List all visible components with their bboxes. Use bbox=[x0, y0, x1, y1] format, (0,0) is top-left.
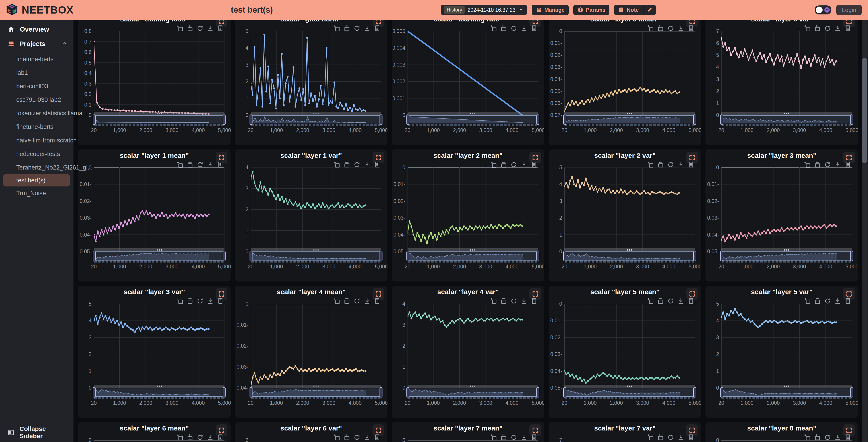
restore-icon[interactable] bbox=[824, 434, 831, 441]
datazoom-grip[interactable] bbox=[94, 248, 224, 251]
datazoom-handle-right[interactable] bbox=[223, 114, 225, 125]
save-image-icon[interactable] bbox=[521, 434, 527, 441]
restore-icon[interactable] bbox=[197, 434, 204, 441]
datazoom-grip[interactable] bbox=[721, 112, 852, 115]
save-image-icon[interactable] bbox=[677, 434, 684, 441]
data-view-icon[interactable] bbox=[844, 161, 851, 168]
datazoom-handle-right[interactable] bbox=[850, 251, 853, 261]
zoom-reset-icon[interactable] bbox=[500, 434, 507, 441]
datazoom-icon[interactable] bbox=[490, 161, 497, 168]
datazoom-handle-right[interactable] bbox=[379, 114, 382, 125]
data-view-icon[interactable] bbox=[688, 434, 694, 441]
datazoom-grip[interactable] bbox=[408, 385, 538, 388]
datazoom-handle-right[interactable] bbox=[693, 251, 696, 261]
restore-icon[interactable] bbox=[824, 298, 831, 304]
datazoom-handle-left[interactable] bbox=[93, 251, 96, 261]
data-view-icon[interactable] bbox=[844, 25, 851, 32]
datazoom-icon[interactable] bbox=[804, 25, 811, 32]
history-select[interactable]: History 2024-11-10 16:37:23 bbox=[441, 5, 527, 15]
sidebar-item-overview[interactable]: Overview bbox=[0, 23, 73, 36]
data-view-icon[interactable] bbox=[374, 298, 381, 304]
datazoom-band[interactable] bbox=[408, 388, 538, 397]
save-image-icon[interactable] bbox=[364, 434, 370, 441]
datazoom-grip[interactable] bbox=[251, 248, 381, 251]
datazoom-icon[interactable] bbox=[647, 298, 654, 304]
restore-icon[interactable] bbox=[510, 25, 517, 32]
datazoom-icon[interactable] bbox=[176, 161, 183, 168]
datazoom-handle-left[interactable] bbox=[406, 387, 409, 398]
datazoom-icon[interactable] bbox=[176, 434, 183, 441]
datazoom-icon[interactable] bbox=[333, 434, 340, 441]
save-image-icon[interactable] bbox=[677, 25, 684, 32]
datazoom-icon[interactable] bbox=[647, 25, 654, 32]
zoom-reset-icon[interactable] bbox=[657, 161, 664, 168]
sidebar-project-item[interactable]: lab1 bbox=[0, 66, 73, 79]
restore-icon[interactable] bbox=[510, 161, 517, 168]
restore-icon[interactable] bbox=[353, 298, 360, 304]
datazoom-icon[interactable] bbox=[804, 434, 811, 441]
save-image-icon[interactable] bbox=[207, 298, 214, 304]
datazoom-handle-left[interactable] bbox=[406, 114, 409, 125]
sidebar-project-item[interactable]: tokenizer statistics llama... bbox=[0, 107, 73, 120]
data-view-icon[interactable] bbox=[531, 161, 537, 168]
datazoom-icon[interactable] bbox=[333, 298, 340, 304]
page-scrollbar[interactable] bbox=[862, 20, 868, 442]
restore-icon[interactable] bbox=[197, 161, 204, 168]
login-button[interactable]: Login bbox=[836, 5, 862, 15]
datazoom-band[interactable] bbox=[251, 388, 381, 397]
data-view-icon[interactable] bbox=[217, 25, 224, 32]
datazoom-handle-right[interactable] bbox=[536, 387, 539, 398]
datazoom-icon[interactable] bbox=[804, 161, 811, 168]
datazoom-handle-left[interactable] bbox=[563, 251, 566, 261]
datazoom-handle-right[interactable] bbox=[850, 387, 853, 398]
data-view-icon[interactable] bbox=[217, 298, 224, 304]
zoom-reset-icon[interactable] bbox=[814, 434, 821, 441]
datazoom-grip[interactable] bbox=[94, 112, 224, 115]
datazoom-band[interactable] bbox=[408, 115, 538, 124]
save-image-icon[interactable] bbox=[834, 434, 841, 441]
restore-icon[interactable] bbox=[824, 161, 831, 168]
restore-icon[interactable] bbox=[510, 298, 517, 304]
params-button[interactable]: Params bbox=[573, 5, 610, 15]
data-view-icon[interactable] bbox=[217, 434, 224, 441]
datazoom-handle-left[interactable] bbox=[720, 387, 723, 398]
datazoom-handle-left[interactable] bbox=[720, 114, 723, 125]
zoom-reset-icon[interactable] bbox=[343, 25, 350, 32]
datazoom-icon[interactable] bbox=[647, 161, 654, 168]
data-view-icon[interactable] bbox=[844, 434, 851, 441]
datazoom-grip[interactable] bbox=[251, 112, 381, 115]
zoom-reset-icon[interactable] bbox=[500, 25, 507, 32]
datazoom-grip[interactable] bbox=[408, 112, 538, 115]
datazoom-grip[interactable] bbox=[564, 385, 695, 388]
datazoom-band[interactable] bbox=[94, 388, 224, 397]
datazoom-handle-right[interactable] bbox=[850, 114, 853, 125]
restore-icon[interactable] bbox=[667, 298, 674, 304]
datazoom-icon[interactable] bbox=[647, 434, 654, 441]
restore-icon[interactable] bbox=[197, 25, 204, 32]
zoom-reset-icon[interactable] bbox=[657, 298, 664, 304]
zoom-reset-icon[interactable] bbox=[186, 298, 193, 304]
datazoom-grip[interactable] bbox=[564, 112, 695, 115]
datazoom-handle-right[interactable] bbox=[379, 387, 382, 398]
datazoom-band[interactable] bbox=[721, 388, 852, 397]
datazoom-handle-right[interactable] bbox=[693, 114, 696, 125]
restore-icon[interactable] bbox=[667, 161, 674, 168]
data-view-icon[interactable] bbox=[374, 434, 381, 441]
sidebar-project-item[interactable]: finetune-berts bbox=[0, 120, 73, 134]
zoom-reset-icon[interactable] bbox=[343, 434, 350, 441]
restore-icon[interactable] bbox=[510, 434, 517, 441]
datazoom-grip[interactable] bbox=[94, 385, 224, 388]
save-image-icon[interactable] bbox=[521, 161, 527, 168]
data-view-icon[interactable] bbox=[688, 25, 694, 32]
zoom-reset-icon[interactable] bbox=[500, 161, 507, 168]
save-image-icon[interactable] bbox=[521, 25, 527, 32]
save-image-icon[interactable] bbox=[207, 161, 214, 168]
data-view-icon[interactable] bbox=[688, 161, 694, 168]
datazoom-handle-left[interactable] bbox=[250, 251, 252, 261]
restore-icon[interactable] bbox=[353, 434, 360, 441]
datazoom-band[interactable] bbox=[251, 115, 381, 124]
datazoom-handle-left[interactable] bbox=[563, 387, 566, 398]
save-image-icon[interactable] bbox=[364, 25, 370, 32]
edit-button[interactable] bbox=[643, 5, 656, 15]
data-view-icon[interactable] bbox=[531, 298, 537, 304]
